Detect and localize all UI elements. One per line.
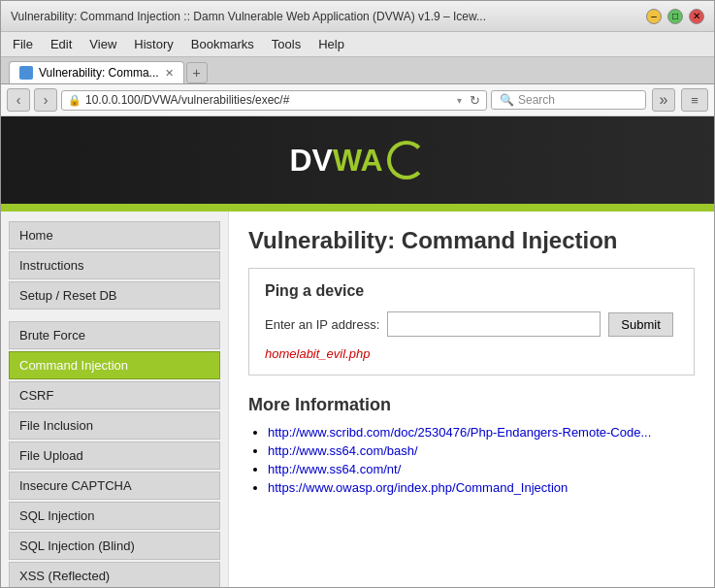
extensions-button[interactable]: » bbox=[652, 88, 675, 112]
menu-history[interactable]: History bbox=[126, 34, 180, 54]
content-area: Vulnerability: Command Injection Ping a … bbox=[229, 212, 714, 587]
maximize-button[interactable]: □ bbox=[667, 9, 683, 24]
nav-bar: ‹ › 🔒 10.0.0.100/DVWA/vulnerabilities/ex… bbox=[1, 84, 714, 116]
ping-box-title: Ping a device bbox=[265, 282, 678, 300]
close-button[interactable]: ✕ bbox=[689, 9, 704, 24]
menu-view[interactable]: View bbox=[81, 34, 124, 54]
minimize-button[interactable]: – bbox=[646, 9, 662, 24]
tab-close-button[interactable]: ✕ bbox=[165, 67, 174, 80]
tab-active[interactable]: Vulnerability: Comma... ✕ bbox=[9, 61, 184, 83]
more-info-title: More Information bbox=[248, 395, 695, 415]
sidebar-item-command-injection[interactable]: Command Injection bbox=[9, 351, 220, 379]
search-icon: 🔍 bbox=[500, 93, 514, 107]
dvwa-green-bar bbox=[1, 204, 714, 212]
reload-button[interactable]: ↻ bbox=[470, 93, 480, 108]
list-item: https://www.owasp.org/index.php/Command_… bbox=[268, 480, 695, 495]
sidebar-item-xss-reflected[interactable]: XSS (Reflected) bbox=[9, 562, 220, 587]
url-bar[interactable]: 🔒 10.0.0.100/DVWA/vulnerabilities/exec/#… bbox=[61, 90, 487, 111]
tab-label: Vulnerability: Comma... bbox=[39, 66, 159, 80]
sidebar-item-brute-force[interactable]: Brute Force bbox=[9, 321, 220, 349]
menu-bookmarks[interactable]: Bookmarks bbox=[183, 34, 262, 54]
dvwa-logo-dv: DV bbox=[290, 143, 333, 179]
menu-help[interactable]: Help bbox=[310, 34, 352, 54]
search-input[interactable]: Search bbox=[518, 93, 555, 107]
sidebar-item-instructions[interactable]: Instructions bbox=[9, 251, 220, 279]
sidebar-item-sql-injection[interactable]: SQL Injection bbox=[9, 502, 220, 530]
more-info-list: http://www.scribd.com/doc/2530476/Php-En… bbox=[248, 425, 695, 495]
list-item: http://www.ss64.com/bash/ bbox=[268, 443, 695, 458]
menu-tools[interactable]: Tools bbox=[264, 34, 309, 54]
ping-label: Enter an IP address: bbox=[265, 317, 379, 332]
list-item: http://www.scribd.com/doc/2530476/Php-En… bbox=[268, 425, 695, 440]
window-controls: – □ ✕ bbox=[646, 9, 704, 24]
more-info-link-2[interactable]: http://www.ss64.com/nt/ bbox=[268, 462, 401, 476]
browser-menu-button[interactable]: ≡ bbox=[681, 88, 708, 112]
sidebar-item-insecure-captcha[interactable]: Insecure CAPTCHA bbox=[9, 472, 220, 500]
url-dropdown-icon[interactable]: ▾ bbox=[457, 95, 462, 106]
back-button[interactable]: ‹ bbox=[7, 88, 30, 112]
ping-box: Ping a device Enter an IP address: Submi… bbox=[248, 268, 695, 376]
tab-favicon bbox=[19, 66, 33, 80]
main-layout: Home Instructions Setup / Reset DB Brute… bbox=[1, 212, 714, 587]
sidebar-item-file-inclusion[interactable]: File Inclusion bbox=[9, 411, 220, 440]
sidebar-item-sql-injection-blind[interactable]: SQL Injection (Blind) bbox=[9, 532, 220, 560]
more-info-link-3[interactable]: https://www.owasp.org/index.php/Command_… bbox=[268, 480, 568, 495]
url-text: 10.0.0.100/DVWA/vulnerabilities/exec/# bbox=[85, 93, 457, 107]
ping-input[interactable] bbox=[387, 311, 601, 337]
more-info-link-1[interactable]: http://www.ss64.com/bash/ bbox=[268, 443, 418, 458]
ping-result: homelabit_evil.php bbox=[265, 346, 678, 361]
page-content: DV WA Home Instructions Setup / Reset DB… bbox=[1, 116, 714, 587]
dvwa-header: DV WA bbox=[1, 116, 714, 204]
title-bar: Vulnerability: Command Injection :: Damn… bbox=[1, 1, 714, 32]
sidebar-item-file-upload[interactable]: File Upload bbox=[9, 441, 220, 470]
ping-form: Enter an IP address: Submit bbox=[265, 311, 678, 337]
window-title: Vulnerability: Command Injection :: Damn… bbox=[11, 10, 646, 23]
more-info-section: More Information http://www.scribd.com/d… bbox=[248, 395, 695, 495]
url-security-icon: 🔒 bbox=[68, 94, 81, 107]
dvwa-logo-swirl bbox=[387, 141, 426, 180]
sidebar: Home Instructions Setup / Reset DB Brute… bbox=[1, 212, 229, 587]
sidebar-divider bbox=[9, 311, 220, 321]
sidebar-item-csrf[interactable]: CSRF bbox=[9, 381, 220, 409]
menu-bar: File Edit View History Bookmarks Tools H… bbox=[1, 32, 714, 57]
tab-bar: Vulnerability: Comma... ✕ + bbox=[1, 57, 714, 84]
sidebar-item-setup[interactable]: Setup / Reset DB bbox=[9, 281, 220, 310]
search-bar[interactable]: 🔍 Search bbox=[491, 90, 646, 110]
browser-window: Vulnerability: Command Injection :: Damn… bbox=[0, 0, 715, 588]
dvwa-logo: DV WA bbox=[290, 141, 426, 180]
ping-submit-button[interactable]: Submit bbox=[608, 312, 672, 337]
menu-edit[interactable]: Edit bbox=[43, 34, 80, 54]
page-title: Vulnerability: Command Injection bbox=[248, 227, 695, 254]
new-tab-button[interactable]: + bbox=[186, 62, 208, 83]
list-item: http://www.ss64.com/nt/ bbox=[268, 462, 695, 476]
more-info-link-0[interactable]: http://www.scribd.com/doc/2530476/Php-En… bbox=[268, 425, 651, 440]
forward-button[interactable]: › bbox=[34, 88, 57, 112]
dvwa-logo-wa: WA bbox=[333, 143, 383, 179]
sidebar-item-home[interactable]: Home bbox=[9, 221, 220, 249]
menu-file[interactable]: File bbox=[5, 34, 41, 54]
